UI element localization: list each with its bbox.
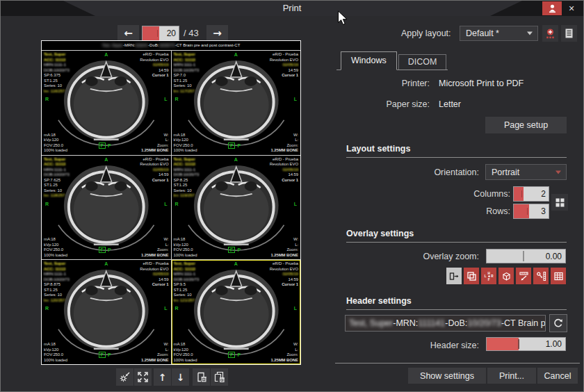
delete-page-button[interactable] xyxy=(193,368,210,386)
footer-divider xyxy=(335,363,580,364)
orientation-marker-right: R xyxy=(175,202,179,206)
move-down-button[interactable]: ↓ xyxy=(172,368,189,386)
grid-2x2-icon xyxy=(555,197,565,208)
close-button[interactable]: ✕ xyxy=(565,1,578,15)
user-button[interactable] xyxy=(542,1,562,15)
cell-loaded: 100% loaded xyxy=(174,148,197,154)
columns-drag[interactable] xyxy=(514,187,524,201)
header-size-thumb[interactable] xyxy=(518,339,519,349)
print-preview-page[interactable]: Test, Super-MRN:111141-DoB:10/20/73-CT B… xyxy=(41,40,301,365)
layout-list-icon xyxy=(564,28,574,39)
orientation-marker-posterior: P xyxy=(237,352,241,357)
preview-cell[interactable]: Test, Super ACC: 11113 MRN:1111-1 DOB:10… xyxy=(42,260,171,364)
orientation-marker-anterior: A xyxy=(234,157,238,162)
header-size-label: Header size: xyxy=(334,341,479,350)
orientation-marker-left: L xyxy=(164,202,167,206)
layout-grid-button[interactable] xyxy=(551,194,568,211)
next-page-button[interactable]: → xyxy=(206,25,228,42)
cell-level: L: xyxy=(141,138,169,143)
cell-slice-thickness: ST:1.25 xyxy=(174,183,200,188)
cell-preset: 1.25MM BONE xyxy=(141,358,169,364)
header-settings-header: Header settings xyxy=(346,296,567,310)
orientation-marker-posterior: P xyxy=(237,247,241,252)
print-button[interactable]: Print... xyxy=(487,368,536,384)
layout-settings-header: Layout settings xyxy=(346,144,567,158)
cell-dob: DOB:10/20/73 xyxy=(44,68,70,74)
cell-slice-thickness: ST:1.25 xyxy=(44,288,70,293)
page-setup-button[interactable]: Page setup xyxy=(485,117,567,133)
cell-fov: FOV:250.0 xyxy=(174,352,197,358)
corner-ruler-button[interactable] xyxy=(516,268,531,284)
cell-level: L: xyxy=(270,348,298,353)
cell-image-number: Im: 119/257 xyxy=(174,193,200,199)
key-ruler-button[interactable] xyxy=(533,268,549,284)
cell-loaded: 100% loaded xyxy=(44,148,67,154)
cell-kvp: kVp:120 xyxy=(44,243,67,248)
overlay-zoom-value: 0.00 xyxy=(546,252,562,261)
preview-cell[interactable]: Test, Super ACC: 11113 MRN:1111-1 DOB:10… xyxy=(172,51,301,155)
preview-cell[interactable]: Test, Super ACC: 11113 MRN:1111-1 DOB:10… xyxy=(172,156,301,260)
rows-drag[interactable] xyxy=(514,204,529,218)
page-spin-drag[interactable] xyxy=(143,26,159,40)
cell-fov: FOV:250.0 xyxy=(44,143,67,149)
cell-series: Series: 10 xyxy=(174,83,200,89)
copy-overlay-button[interactable] xyxy=(464,268,479,284)
apply-layout-label: Apply layout: xyxy=(401,28,451,38)
cancel-button[interactable]: Cancel xyxy=(537,368,578,384)
orientation-dropdown[interactable]: Portrait xyxy=(485,164,567,180)
cell-cursor: Cursor 1 xyxy=(270,178,298,183)
delete-all-pages-button[interactable] xyxy=(211,368,228,386)
overlay-zoom-thumb[interactable] xyxy=(523,251,524,261)
page-number-input[interactable]: 20 xyxy=(142,26,179,41)
cell-zoom: Zoom: xyxy=(141,352,169,358)
move-up-button[interactable]: ↑ xyxy=(154,368,171,386)
tab-windows[interactable]: Windows xyxy=(341,51,397,70)
cell-fov: FOV:250.0 xyxy=(174,247,197,253)
cell-preset: 1.25MM BONE xyxy=(270,253,298,259)
cell-scanner: Revolution EVO xyxy=(140,58,168,63)
orientation-letters-icon: H L R F xyxy=(484,271,494,281)
orientation-marker-right: R xyxy=(45,306,49,311)
add-layout-icon xyxy=(544,28,556,40)
header-size-slider[interactable]: 1.00 xyxy=(486,337,566,351)
cell-preset: 1.25MM BONE xyxy=(141,253,169,259)
svg-text:H: H xyxy=(487,271,490,275)
apply-layout-dropdown[interactable]: Default * xyxy=(460,26,538,41)
cell-image-number: Im: 120/257 xyxy=(44,298,70,304)
preview-cell[interactable]: Test, Super ACC: 11113 MRN:1111-1 DOB:10… xyxy=(42,156,171,260)
orientation-marker-feet: F xyxy=(228,247,235,253)
table-grid-button[interactable] xyxy=(551,268,566,284)
auto-window-level-button[interactable] xyxy=(116,368,133,386)
cell-mrn: MRN:1111-1 xyxy=(174,63,200,68)
orientation-marker-right: R xyxy=(45,97,49,101)
fit-to-window-button[interactable] xyxy=(134,368,152,386)
delete-all-pages-icon xyxy=(213,371,225,383)
orientation-letters-button[interactable]: H L R F xyxy=(481,268,496,284)
page-number-value: 20 xyxy=(167,28,176,38)
header-text-input[interactable]: Test, Super-MRN:111141-DoB:10/20/73-CT B… xyxy=(345,315,546,332)
columns-input[interactable]: 2 xyxy=(513,186,549,202)
cube-3d-button[interactable] xyxy=(498,268,514,284)
preview-cell[interactable]: Test, Super ACC: 11113 MRN:1111-1 DOB:10… xyxy=(172,260,301,364)
printer-label: Printer: xyxy=(334,79,430,88)
add-layout-button[interactable] xyxy=(542,25,558,42)
reset-header-button[interactable] xyxy=(549,314,567,332)
fit-overlay-button[interactable] xyxy=(446,268,462,284)
cell-loaded: 100% loaded xyxy=(174,253,197,259)
show-settings-button[interactable]: Show settings xyxy=(408,368,486,384)
overlay-zoom-slider[interactable]: 0.00 xyxy=(486,249,566,263)
cell-time: 14:59 xyxy=(140,277,168,283)
refresh-icon xyxy=(553,318,564,329)
key-ruler-icon xyxy=(536,271,546,281)
preview-cell[interactable]: Test, Super ACC: 11113 MRN:1111-1 DOB:10… xyxy=(42,51,171,155)
cell-image-number: Im: 116/257 xyxy=(44,89,70,95)
tab-dicom[interactable]: DICOM xyxy=(398,54,447,70)
cell-patient-name: Test, Super xyxy=(44,261,70,267)
cell-date: 02/05/19 xyxy=(140,272,168,277)
cell-fov: FOV:250.0 xyxy=(174,143,197,149)
orientation-value: Portrait xyxy=(492,168,519,177)
layout-list-button[interactable] xyxy=(561,25,577,42)
prev-page-button[interactable]: ← xyxy=(117,25,139,42)
orientation-marker-left: L xyxy=(294,97,297,101)
rows-input[interactable]: 3 xyxy=(513,204,549,219)
